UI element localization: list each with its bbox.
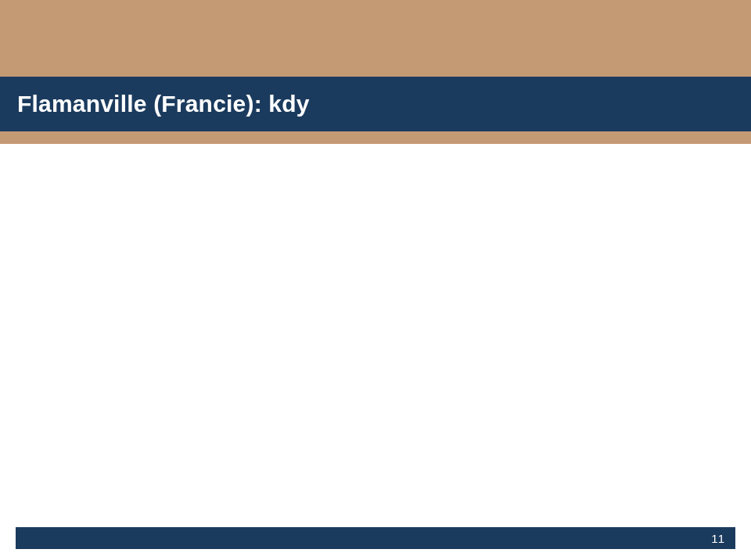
top-decorative-band: [0, 0, 751, 77]
page-number: 11: [711, 532, 724, 545]
slide-container: Flamanville (Francie): kdy 11: [0, 0, 751, 560]
slide-title: Flamanville (Francie): kdy: [0, 91, 310, 117]
title-band: Flamanville (Francie): kdy: [0, 77, 751, 131]
slide-content-area: [0, 144, 751, 527]
thin-decorative-band: [0, 131, 751, 144]
footer-bar: 11: [16, 527, 735, 549]
